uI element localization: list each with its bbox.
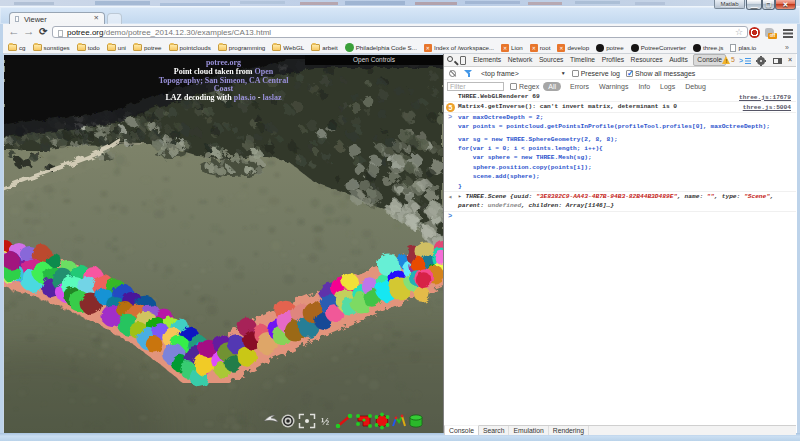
svg-text:½: ½ [321, 415, 329, 427]
